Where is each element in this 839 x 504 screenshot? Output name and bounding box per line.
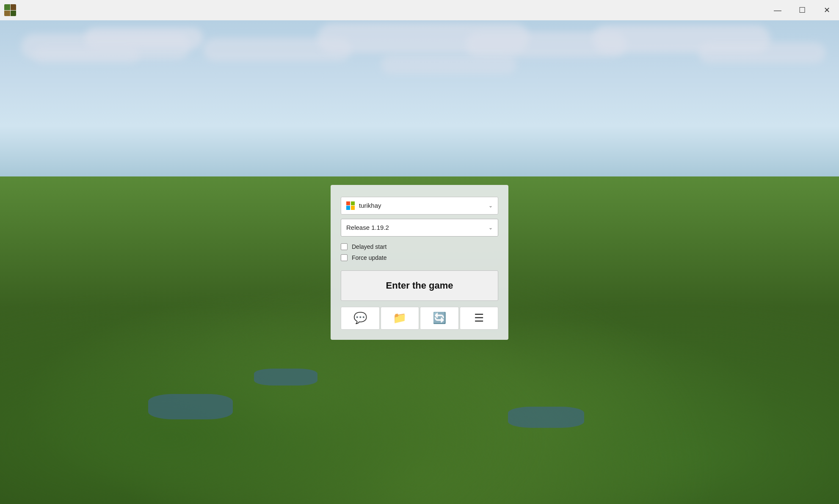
chat-icon: 💬 bbox=[353, 311, 367, 325]
delayed-start-label: Delayed start bbox=[352, 243, 386, 250]
chat-button[interactable]: 💬 bbox=[341, 307, 380, 330]
cloud-9 bbox=[381, 55, 516, 74]
force-update-label: Force update bbox=[352, 254, 387, 261]
refresh-button[interactable]: 🔄 bbox=[420, 307, 459, 330]
version-name: Release 1.19.2 bbox=[346, 224, 488, 231]
water-3 bbox=[508, 407, 584, 428]
enter-game-button[interactable]: Enter the game bbox=[341, 270, 498, 301]
microsoft-logo bbox=[346, 201, 355, 210]
cloud-2 bbox=[85, 28, 203, 49]
titlebar: —☐✕ bbox=[0, 0, 839, 20]
maximize-button[interactable]: ☐ bbox=[790, 0, 814, 20]
account-name: turikhay bbox=[359, 202, 488, 209]
bottom-toolbar: 💬 📁 🔄 ☰ bbox=[341, 307, 498, 330]
delayed-start-checkbox[interactable] bbox=[341, 243, 348, 250]
account-dropdown-arrow: ⌄ bbox=[488, 203, 493, 209]
folder-button[interactable]: 📁 bbox=[381, 307, 420, 330]
water-1 bbox=[148, 394, 233, 419]
refresh-icon: 🔄 bbox=[433, 311, 446, 325]
force-update-checkbox[interactable] bbox=[341, 254, 348, 261]
cloud-8 bbox=[34, 47, 140, 63]
app-icon bbox=[0, 0, 20, 20]
cloud-7 bbox=[698, 42, 825, 63]
folder-icon: 📁 bbox=[393, 311, 406, 325]
version-dropdown[interactable]: Release 1.19.2 ⌄ bbox=[341, 219, 498, 237]
launcher-dialog: turikhay ⌄ Release 1.19.2 ⌄ Delayed star… bbox=[331, 185, 508, 340]
version-dropdown-arrow: ⌄ bbox=[488, 225, 493, 231]
hamburger-icon: ☰ bbox=[474, 311, 484, 325]
minecraft-icon bbox=[4, 4, 16, 16]
minimize-button[interactable]: — bbox=[765, 0, 790, 20]
account-dropdown[interactable]: turikhay ⌄ bbox=[341, 197, 498, 215]
force-update-row[interactable]: Force update bbox=[341, 254, 498, 261]
delayed-start-row[interactable]: Delayed start bbox=[341, 243, 498, 250]
menu-button[interactable]: ☰ bbox=[460, 307, 499, 330]
close-button[interactable]: ✕ bbox=[814, 0, 839, 20]
water-2 bbox=[254, 369, 317, 386]
